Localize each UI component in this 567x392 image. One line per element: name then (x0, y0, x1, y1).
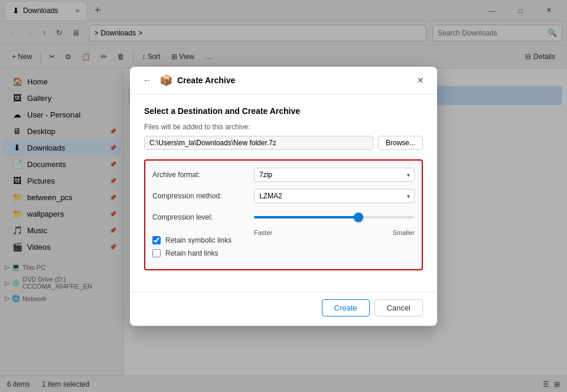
hard-links-checkbox[interactable] (152, 249, 161, 257)
path-input[interactable] (144, 136, 373, 150)
create-btn[interactable]: Create (322, 299, 370, 316)
archive-format-select[interactable]: 7zip zip tar (254, 168, 415, 182)
slider-thumb (354, 213, 363, 222)
files-desc: Files will be added to this archive: (144, 123, 423, 131)
symbolic-links-checkbox[interactable] (152, 236, 161, 244)
dialog-close-btn[interactable]: ✕ (413, 74, 428, 86)
compression-method-row: Compression method: LZMA2 LZMA PPMd ▾ (152, 189, 415, 203)
compression-slider[interactable] (254, 216, 415, 218)
archive-format-label: Archive format: (152, 171, 247, 179)
compression-method-select-wrapper: LZMA2 LZMA PPMd ▾ (254, 189, 415, 203)
create-archive-dialog: ← 📦 Create Archive ✕ Select a Destinatio… (130, 67, 437, 326)
smaller-label: Smaller (393, 229, 415, 236)
slider-fill (254, 216, 359, 218)
dialog-titlebar: ← 📦 Create Archive ✕ (130, 67, 437, 94)
symbolic-links-label: Retain symbolic links (165, 236, 232, 244)
dialog-back-btn[interactable]: ← (139, 74, 155, 86)
dialog-subtitle: Select a Destination and Create Archive (144, 106, 423, 116)
compression-method-select[interactable]: LZMA2 LZMA PPMd (254, 189, 415, 203)
symbolic-links-row: Retain symbolic links (152, 236, 415, 244)
archive-icon: 📦 (159, 74, 172, 87)
hard-links-row: Retain hard links (152, 249, 415, 257)
modal-overlay: ← 📦 Create Archive ✕ Select a Destinatio… (0, 0, 567, 392)
browse-btn[interactable]: Browse... (378, 136, 423, 150)
cancel-btn[interactable]: Cancel (374, 299, 423, 316)
compression-method-label: Compression method: (152, 192, 247, 200)
hard-links-label: Retain hard links (165, 249, 218, 257)
dialog-title: Create Archive (177, 76, 235, 85)
archive-format-select-wrapper: 7zip zip tar ▾ (254, 168, 415, 182)
compression-level-row: Compression level: (152, 210, 415, 224)
dialog-body: Select a Destination and Create Archive … (130, 94, 437, 292)
archive-format-row: Archive format: 7zip zip tar ▾ (152, 168, 415, 182)
dialog-footer: Create Cancel (130, 292, 437, 326)
slider-labels: Faster Smaller (254, 229, 415, 236)
path-row: Browse... (144, 136, 423, 150)
compression-level-label: Compression level: (152, 213, 247, 221)
faster-label: Faster (254, 229, 272, 236)
archive-options-box: Archive format: 7zip zip tar ▾ Compressi… (144, 159, 423, 270)
